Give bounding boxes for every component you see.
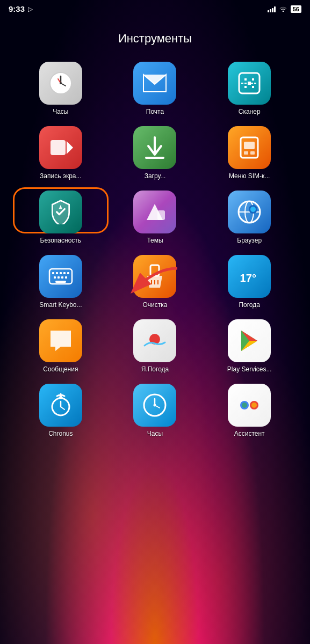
app-icon-screen-rec — [39, 126, 82, 169]
app-icon-chronus — [39, 384, 82, 427]
app-label-assistant: Ассистент — [234, 430, 265, 437]
app-icon-download — [133, 126, 176, 169]
svg-rect-27 — [63, 272, 66, 274]
svg-marker-10 — [67, 141, 73, 154]
svg-rect-24 — [52, 272, 54, 274]
app-icon-clock2 — [133, 384, 176, 427]
svg-rect-17 — [157, 210, 165, 220]
app-icon-browser — [228, 191, 271, 233]
svg-rect-28 — [67, 272, 69, 274]
app-icon-keyboard — [39, 255, 82, 298]
app-icon-mail — [133, 62, 176, 105]
app-item-themes[interactable]: Темы — [111, 191, 200, 244]
app-icon-yandex-weather — [133, 319, 176, 362]
app-icon-scanner — [228, 62, 271, 105]
app-label-yandex-weather: Я.Погода — [141, 365, 169, 373]
app-label-scanner: Сканер — [239, 108, 261, 115]
app-label-mail: Почта — [146, 108, 164, 115]
status-left: 9:33 ▷ — [9, 4, 33, 13]
app-label-weather: Погода — [239, 301, 260, 309]
app-item-cleaner[interactable]: Очистка — [111, 255, 200, 309]
app-label-download: Загру... — [145, 172, 166, 180]
app-icon-play-services — [228, 319, 271, 362]
signal-icon — [268, 6, 276, 12]
svg-point-22 — [250, 207, 256, 212]
svg-rect-14 — [244, 151, 248, 155]
app-item-security[interactable]: Безопасность — [16, 191, 105, 244]
app-label-browser: Браузер — [237, 237, 262, 244]
svg-rect-30 — [57, 276, 60, 279]
svg-line-45 — [61, 407, 64, 409]
svg-text:17°: 17° — [240, 272, 257, 284]
app-item-scanner[interactable]: Сканер — [205, 62, 294, 115]
app-icon-themes — [133, 191, 176, 233]
app-label-sim: Меню SIM-к... — [229, 172, 270, 180]
app-grid: ЧасыПочтаСканерЗапись экра...Загру...Мен… — [11, 62, 299, 437]
app-item-screen-rec[interactable]: Запись экра... — [16, 126, 105, 180]
svg-rect-32 — [65, 276, 67, 279]
svg-rect-9 — [51, 140, 66, 155]
app-icon-messages — [39, 319, 82, 362]
app-icon-assistant — [228, 384, 271, 427]
app-label-keyboard: Smart Keybo... — [39, 301, 82, 309]
app-label-cleaner: Очистка — [143, 301, 168, 309]
app-label-chronus: Chronus — [48, 430, 73, 437]
svg-rect-26 — [60, 272, 62, 274]
app-label-messages: Сообщения — [43, 365, 78, 373]
app-item-weather[interactable]: 17°Погода — [205, 255, 294, 309]
status-bar: 9:33 ▷ 56 — [0, 0, 310, 16]
app-item-chronus[interactable]: Chronus — [16, 384, 105, 437]
svg-rect-34 — [150, 265, 159, 276]
app-item-keyboard[interactable]: Smart Keybo... — [16, 255, 105, 309]
app-item-messages[interactable]: Сообщения — [16, 319, 105, 373]
svg-rect-33 — [55, 281, 66, 283]
svg-rect-25 — [56, 272, 58, 274]
app-item-browser[interactable]: Браузер — [205, 191, 294, 244]
app-item-sim[interactable]: Меню SIM-к... — [205, 126, 294, 180]
app-item-play-services[interactable]: Play Services... — [205, 319, 294, 373]
notification-icon: ▷ — [28, 5, 33, 13]
app-icon-security — [39, 191, 82, 233]
app-item-download[interactable]: Загру... — [111, 126, 200, 180]
svg-rect-31 — [61, 276, 63, 279]
battery-indicator: 56 — [291, 5, 301, 13]
app-icon-cleaner — [133, 255, 176, 298]
app-item-assistant[interactable]: Ассистент — [205, 384, 294, 437]
time: 9:33 — [9, 4, 25, 13]
app-icon-clock — [39, 62, 82, 105]
app-icon-weather: 17° — [228, 255, 271, 298]
app-icon-sim — [228, 126, 271, 169]
status-right: 56 — [268, 5, 301, 13]
app-label-clock: Часы — [53, 108, 68, 115]
app-item-yandex-weather[interactable]: Я.Погода — [111, 319, 200, 373]
app-item-clock2[interactable]: Часы — [111, 384, 200, 437]
app-item-clock[interactable]: Часы — [16, 62, 105, 115]
app-label-screen-rec: Запись экра... — [40, 172, 81, 180]
wifi-icon — [279, 5, 287, 13]
svg-rect-13 — [244, 142, 255, 149]
svg-rect-15 — [250, 151, 255, 155]
svg-point-54 — [242, 402, 247, 408]
svg-point-55 — [251, 402, 257, 408]
folder-title: Инструменты — [11, 32, 299, 46]
svg-point-51 — [154, 404, 156, 407]
svg-rect-29 — [54, 276, 56, 279]
svg-point-4 — [60, 82, 62, 84]
app-label-play-services: Play Services... — [227, 365, 272, 373]
folder-page: Инструменты ЧасыПочтаСканерЗапись экра..… — [0, 32, 310, 437]
app-label-themes: Темы — [147, 237, 163, 244]
app-label-security: Безопасность — [40, 237, 82, 244]
app-label-clock2: Часы — [147, 430, 163, 437]
app-item-mail[interactable]: Почта — [111, 62, 200, 115]
